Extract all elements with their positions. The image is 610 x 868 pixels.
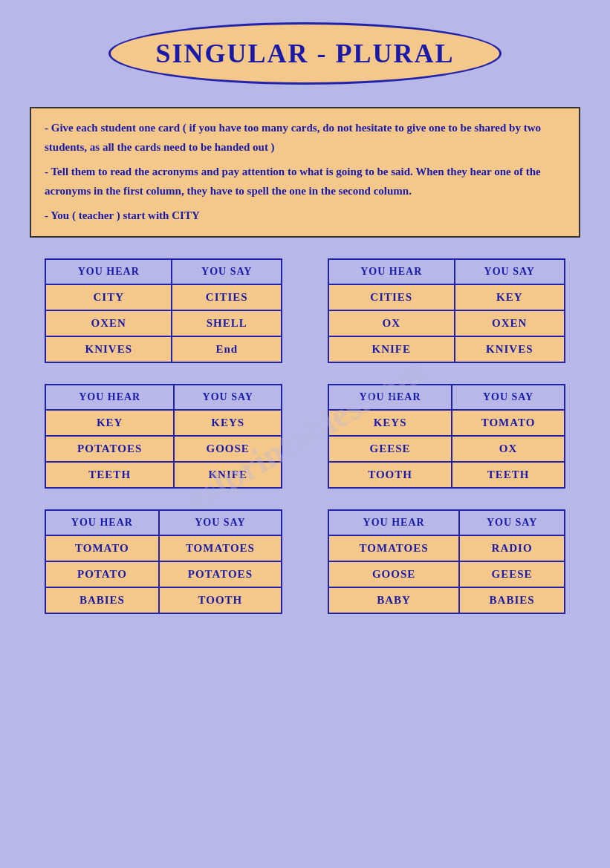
col-header-you-say: YOU SAY bbox=[159, 510, 282, 535]
table-2-right: YOU HEAR YOU SAY KEYS TOMATO GEESE OX TO… bbox=[328, 384, 565, 489]
cell: GOOSE bbox=[174, 436, 282, 462]
instruction-3: - You ( teacher ) start with CITY bbox=[45, 206, 565, 226]
cell: POTATOES bbox=[159, 561, 282, 587]
cell: KNIFE bbox=[174, 462, 282, 488]
table-row: POTATO POTATOES bbox=[45, 561, 282, 587]
table-row: TEETH KNIFE bbox=[45, 462, 282, 488]
cell: OX bbox=[328, 310, 455, 336]
table-row: OXEN SHELL bbox=[45, 310, 282, 336]
cell: KNIFE bbox=[328, 336, 455, 362]
title-section: SINGULAR - PLURAL bbox=[30, 22, 580, 85]
cell: RADIO bbox=[459, 535, 564, 561]
col-header-you-say: YOU SAY bbox=[459, 510, 564, 535]
cell: End bbox=[172, 336, 282, 362]
col-header-you-say: YOU SAY bbox=[455, 259, 565, 284]
col-header-you-say: YOU SAY bbox=[172, 259, 282, 284]
cell: KEYS bbox=[328, 410, 452, 436]
table-row: POTATOES GOOSE bbox=[45, 436, 282, 462]
cell: GEESE bbox=[459, 561, 564, 587]
tables-section: YOU HEAR YOU SAY CITY CITIES OXEN SHELL … bbox=[30, 258, 580, 614]
cell: TOMATO bbox=[45, 535, 158, 561]
cell: OX bbox=[452, 436, 564, 462]
table-1-right: YOU HEAR YOU SAY CITIES KEY OX OXEN KNIF… bbox=[328, 258, 565, 363]
cell: TOOTH bbox=[328, 462, 452, 488]
table-row: CITY CITIES bbox=[45, 284, 282, 310]
cell: TEETH bbox=[45, 462, 174, 488]
cell: KEY bbox=[455, 284, 565, 310]
cell: TOMATOES bbox=[159, 535, 282, 561]
cell: KNIVES bbox=[45, 336, 172, 362]
cell: BABIES bbox=[45, 587, 158, 613]
cell: GEESE bbox=[328, 436, 452, 462]
table-2-left: YOU HEAR YOU SAY KEY KEYS POTATOES GOOSE… bbox=[45, 384, 282, 489]
cell: BABY bbox=[328, 587, 460, 613]
instruction-1: - Give each student one card ( if you ha… bbox=[45, 119, 565, 157]
cell: SHELL bbox=[172, 310, 282, 336]
col-header-you-hear: YOU HEAR bbox=[45, 510, 158, 535]
table-row: KNIVES End bbox=[45, 336, 282, 362]
cell: CITIES bbox=[172, 284, 282, 310]
table-1-left: YOU HEAR YOU SAY CITY CITIES OXEN SHELL … bbox=[45, 258, 282, 363]
table-3-left: YOU HEAR YOU SAY TOMATO TOMATOES POTATO … bbox=[45, 509, 282, 614]
cell: GOOSE bbox=[328, 561, 460, 587]
cell: TEETH bbox=[452, 462, 564, 488]
table-3-right: YOU HEAR YOU SAY TOMATOES RADIO GOOSE GE… bbox=[328, 509, 565, 614]
col-header-you-say: YOU SAY bbox=[174, 385, 282, 410]
table-row: TOMATO TOMATOES bbox=[45, 535, 282, 561]
cell: KNIVES bbox=[455, 336, 565, 362]
cell: POTATO bbox=[45, 561, 158, 587]
page-title: SINGULAR - PLURAL bbox=[155, 39, 454, 68]
instructions-box: - Give each student one card ( if you ha… bbox=[30, 107, 580, 238]
title-oval: SINGULAR - PLURAL bbox=[108, 22, 501, 85]
cell: CITIES bbox=[328, 284, 455, 310]
col-header-you-say: YOU SAY bbox=[452, 385, 564, 410]
instruction-2: - Tell them to read the acronyms and pay… bbox=[45, 163, 565, 200]
cell: KEYS bbox=[174, 410, 282, 436]
tables-row-1: YOU HEAR YOU SAY CITY CITIES OXEN SHELL … bbox=[30, 258, 580, 363]
table-row: BABY BABIES bbox=[328, 587, 565, 613]
tables-row-3: YOU HEAR YOU SAY TOMATO TOMATOES POTATO … bbox=[30, 509, 580, 614]
col-header-you-hear: YOU HEAR bbox=[328, 385, 452, 410]
tables-row-2: YOU HEAR YOU SAY KEY KEYS POTATOES GOOSE… bbox=[30, 384, 580, 489]
cell: CITY bbox=[45, 284, 172, 310]
col-header-you-hear: YOU HEAR bbox=[328, 259, 455, 284]
cell: OXEN bbox=[455, 310, 565, 336]
cell: TOOTH bbox=[159, 587, 282, 613]
table-row: TOOTH TEETH bbox=[328, 462, 565, 488]
col-header-you-hear: YOU HEAR bbox=[45, 385, 174, 410]
table-row: KNIFE KNIVES bbox=[328, 336, 565, 362]
cell: BABIES bbox=[459, 587, 564, 613]
table-row: KEY KEYS bbox=[45, 410, 282, 436]
cell: POTATOES bbox=[45, 436, 174, 462]
table-row: BABIES TOOTH bbox=[45, 587, 282, 613]
cell: OXEN bbox=[45, 310, 172, 336]
table-row: OX OXEN bbox=[328, 310, 565, 336]
table-row: TOMATOES RADIO bbox=[328, 535, 565, 561]
cell: TOMATOES bbox=[328, 535, 460, 561]
cell: KEY bbox=[45, 410, 174, 436]
col-header-you-hear: YOU HEAR bbox=[328, 510, 460, 535]
table-row: CITIES KEY bbox=[328, 284, 565, 310]
col-header-you-hear: YOU HEAR bbox=[45, 259, 172, 284]
table-row: KEYS TOMATO bbox=[328, 410, 565, 436]
cell: TOMATO bbox=[452, 410, 564, 436]
table-row: GEESE OX bbox=[328, 436, 565, 462]
table-row: GOOSE GEESE bbox=[328, 561, 565, 587]
